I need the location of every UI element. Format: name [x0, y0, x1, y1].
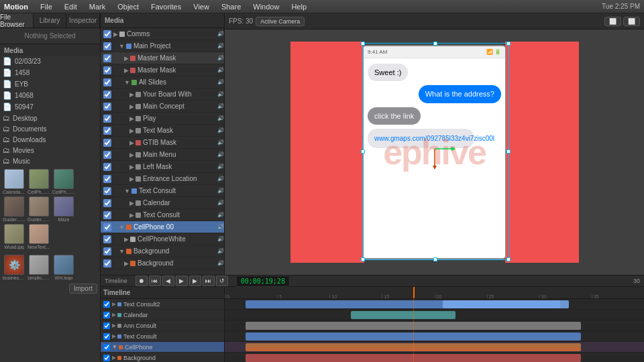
folder-music[interactable]: 🗂Music [0, 156, 100, 166]
layer-main-menu[interactable]: ▶ Main Menu 🔊 [101, 149, 224, 161]
tab-file-browser[interactable]: File Browser [0, 13, 34, 27]
folder-item[interactable]: 📄1458 [0, 67, 100, 78]
layer-left-mask[interactable]: ▶ Left Mask 🔊 [101, 161, 224, 173]
layer-checkbox[interactable] [103, 115, 111, 123]
btn-ffwd[interactable]: ⏭ [203, 276, 215, 286]
layer-checkbox[interactable] [103, 187, 111, 195]
layer-checkbox[interactable] [103, 30, 111, 38]
layer-checkbox[interactable] [103, 127, 111, 135]
thumb-cell[interactable]: ⚙️ business.X.com [3, 255, 25, 280]
layer-entrance[interactable]: ▶ Entrance Location 🔊 [101, 173, 224, 185]
layer-checkbox[interactable] [103, 247, 111, 255]
app-name: Motion [4, 3, 28, 11]
layer-gtib-mask[interactable]: ▶ GTIB Mask 🔊 [101, 137, 224, 149]
import-button[interactable]: Import [69, 284, 97, 294]
canvas-zoom-btn[interactable]: ⬜ [623, 17, 640, 26]
top-section: Media ▶ Comms 🔊 ▼ [101, 13, 644, 275]
thumb-cell[interactable]: simplic...1.jpg [28, 255, 50, 280]
layer-background[interactable]: ▼ Background 🔊 [101, 245, 224, 257]
folder-movies[interactable]: 🗂Movies [0, 145, 100, 156]
menu-help[interactable]: Help [288, 3, 309, 11]
thumb-cell[interactable]: Wuad.jpg [3, 224, 25, 249]
btn-record[interactable]: ⏺ [136, 276, 148, 286]
layer-comms[interactable]: ▶ Comms 🔊 [101, 28, 224, 40]
layer-calendar[interactable]: ▶ Calendar 🔊 [101, 197, 224, 209]
track-bar[interactable] [351, 311, 455, 319]
folder-documents[interactable]: 🗂Documents [0, 123, 100, 134]
thumb-cell[interactable]: Calendar.jpg [3, 169, 25, 194]
menu-favorites[interactable]: Favorites [148, 3, 184, 11]
btn-step-back[interactable]: ◀ [162, 276, 174, 286]
folder-item[interactable]: 📄14068 [0, 90, 100, 101]
layer-checkbox[interactable] [103, 211, 111, 219]
tab-inspector[interactable]: Inspector [66, 13, 100, 27]
layer-main-project[interactable]: ▼ Main Project 🔊 [101, 40, 224, 52]
thumb-cell[interactable]: Guider...psd [3, 196, 25, 222]
layers-title: Media [105, 17, 123, 24]
menu-mark[interactable]: Mark [87, 3, 108, 11]
tl-item-text-consult[interactable]: ▶ Text Consult [101, 331, 224, 342]
thumb-cell[interactable]: CellPh...png [52, 169, 75, 194]
btn-step-fwd[interactable]: ▶ [189, 276, 201, 286]
folder-item[interactable]: 📄02/03/23 [0, 56, 100, 67]
camera-dropdown[interactable]: Active Camera [256, 17, 305, 26]
layer-play[interactable]: ▶ Play 🔊 [101, 113, 224, 125]
tl-item-background[interactable]: ▶ Background [101, 353, 224, 362]
layer-checkbox[interactable] [103, 78, 111, 86]
menu-object[interactable]: Object [115, 3, 142, 11]
menu-edit[interactable]: Edit [62, 3, 80, 11]
layer-background2[interactable]: ▶ Background 🔊 [101, 257, 224, 269]
layer-main-concept[interactable]: ▶ Main Concept 🔊 [101, 101, 224, 113]
thumb-cell[interactable]: NewText.psd [28, 224, 50, 249]
layer-checkbox[interactable] [103, 90, 111, 99]
layer-all-slides[interactable]: ▼ All Slides 🔊 [101, 76, 224, 88]
layer-checkbox[interactable] [103, 259, 111, 267]
canvas-viewport[interactable]: ephive 9:41 AM 📶 🔋 Sweet :) What is the … [225, 29, 644, 275]
layer-text-consult2[interactable]: ▶ Text Consult 🔊 [101, 209, 224, 221]
layer-text-mask[interactable]: ▶ Text Mask 🔊 [101, 125, 224, 137]
thumb-cell[interactable]: CellPh...png [28, 169, 50, 194]
playhead[interactable] [413, 287, 415, 298]
message-bubble-2: What is the address? [419, 85, 501, 103]
folder-item[interactable]: 📄EYB [0, 78, 100, 90]
layer-checkbox[interactable] [103, 54, 111, 62]
tl-item-cellphone[interactable]: ▼ CellPhone [101, 342, 224, 353]
timeline-tracks[interactable]: 0 5 10 15 20 25 30 35 [225, 287, 644, 362]
track-bar[interactable] [443, 300, 569, 308]
layer-board[interactable]: ▶ Your Board With 🔊 [101, 88, 224, 101]
menu-share[interactable]: Share [219, 3, 244, 11]
canvas-tool-btn[interactable]: ⬜ [604, 17, 621, 26]
layer-checkbox[interactable] [103, 42, 111, 50]
layer-cellphone[interactable]: ▼ CellPhone 00 🔊 [101, 221, 224, 233]
layer-master-mask-2[interactable]: ▶ Master Mask 🔊 [101, 64, 224, 76]
folder-desktop[interactable]: 🗂Desktop [0, 113, 100, 123]
layer-checkbox[interactable] [103, 235, 111, 243]
ruler-mark: 20 [435, 294, 487, 298]
layer-checkbox[interactable] [103, 223, 111, 231]
layer-checkbox[interactable] [103, 139, 111, 147]
layer-checkbox[interactable] [103, 66, 111, 74]
layer-checkbox[interactable] [103, 175, 111, 183]
layer-checkbox[interactable] [103, 151, 111, 159]
tl-item-text-consult2[interactable]: ▶ Text Consult2 [101, 299, 224, 310]
layer-checkbox[interactable] [103, 103, 111, 111]
tl-item-calendar[interactable]: ▶ Calendar [101, 310, 224, 320]
folder-downloads[interactable]: 🗂Downloads [0, 134, 100, 145]
folder-item[interactable]: 📄50947 [0, 101, 100, 113]
layer-checkbox[interactable] [103, 199, 111, 207]
btn-rewind[interactable]: ⏮ [149, 276, 161, 286]
layer-checkbox[interactable] [103, 163, 111, 171]
layer-cellphone-white[interactable]: ▶ CellPhoneWhite 🔊 [101, 233, 224, 245]
layer-text-consult[interactable]: ▼ Text Consult 🔊 [101, 185, 224, 197]
tab-library[interactable]: Library [34, 13, 67, 27]
menu-file[interactable]: File [38, 3, 55, 11]
thumb-cell[interactable]: WH.logo [52, 255, 75, 280]
btn-play[interactable]: ▶ [176, 276, 188, 286]
menu-window[interactable]: Window [250, 3, 282, 11]
tl-item-ann-consult[interactable]: ▶ Ann Consult [101, 320, 224, 331]
layer-master-mask-1[interactable]: ▶ Master Mask 🔊 [101, 52, 224, 64]
thumb-cell[interactable]: Guider...png [28, 196, 50, 222]
btn-loop[interactable]: ↺ [216, 276, 228, 286]
menu-view[interactable]: View [191, 3, 212, 11]
thumb-cell[interactable]: Maze [52, 196, 75, 222]
